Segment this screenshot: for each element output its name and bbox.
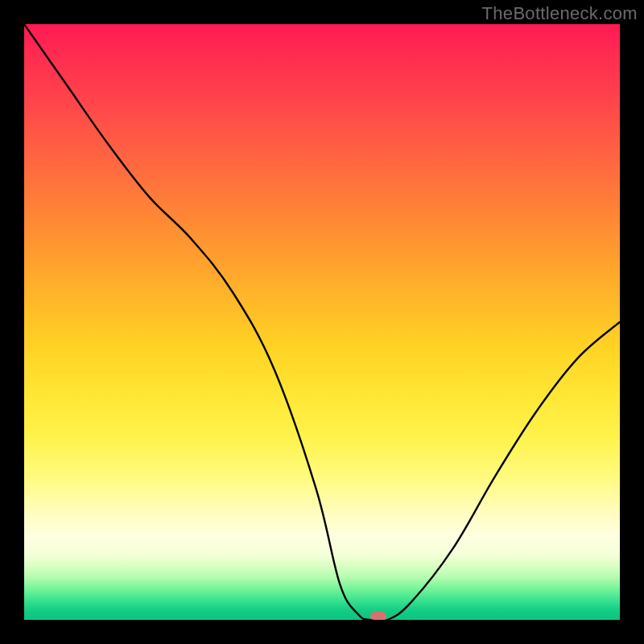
bottleneck-curve: [24, 24, 620, 620]
plot-area: [24, 24, 620, 620]
watermark-text: TheBottleneck.com: [482, 3, 638, 24]
chart-frame: TheBottleneck.com: [0, 0, 644, 644]
